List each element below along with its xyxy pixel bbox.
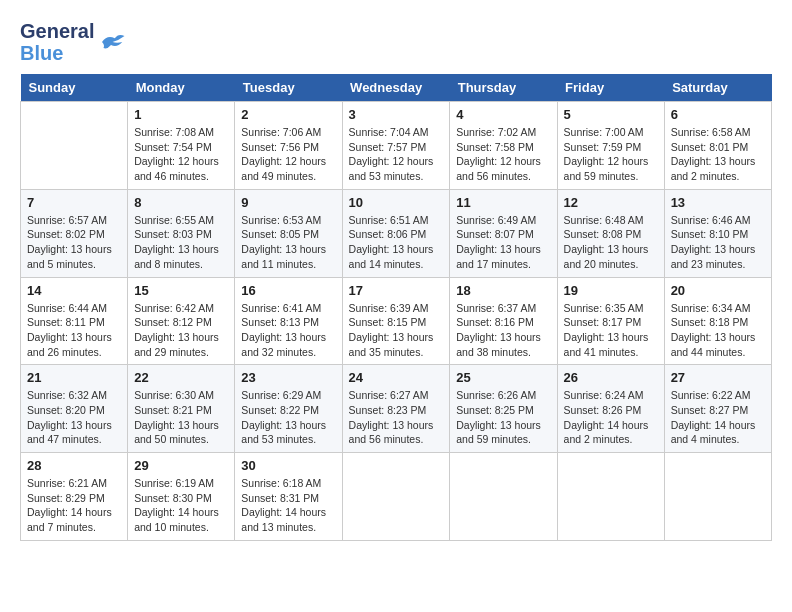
logo: GeneralBlue	[20, 20, 126, 64]
day-number: 18	[456, 283, 550, 298]
cell-content: Sunrise: 6:39 AM Sunset: 8:15 PM Dayligh…	[349, 301, 444, 360]
cell-content: Sunrise: 6:37 AM Sunset: 8:16 PM Dayligh…	[456, 301, 550, 360]
day-number: 9	[241, 195, 335, 210]
cell-content: Sunrise: 6:22 AM Sunset: 8:27 PM Dayligh…	[671, 388, 765, 447]
calendar-cell: 18Sunrise: 6:37 AM Sunset: 8:16 PM Dayli…	[450, 277, 557, 365]
calendar-cell: 9Sunrise: 6:53 AM Sunset: 8:05 PM Daylig…	[235, 189, 342, 277]
cell-content: Sunrise: 6:26 AM Sunset: 8:25 PM Dayligh…	[456, 388, 550, 447]
cell-content: Sunrise: 6:35 AM Sunset: 8:17 PM Dayligh…	[564, 301, 658, 360]
cell-content: Sunrise: 6:49 AM Sunset: 8:07 PM Dayligh…	[456, 213, 550, 272]
calendar-cell: 2Sunrise: 7:06 AM Sunset: 7:56 PM Daylig…	[235, 102, 342, 190]
cell-content: Sunrise: 6:30 AM Sunset: 8:21 PM Dayligh…	[134, 388, 228, 447]
weekday-header-wednesday: Wednesday	[342, 74, 450, 102]
calendar-cell	[21, 102, 128, 190]
day-number: 22	[134, 370, 228, 385]
day-number: 23	[241, 370, 335, 385]
weekday-header-row: SundayMondayTuesdayWednesdayThursdayFrid…	[21, 74, 772, 102]
calendar-cell: 4Sunrise: 7:02 AM Sunset: 7:58 PM Daylig…	[450, 102, 557, 190]
calendar-cell	[557, 453, 664, 541]
calendar-cell: 29Sunrise: 6:19 AM Sunset: 8:30 PM Dayli…	[128, 453, 235, 541]
day-number: 13	[671, 195, 765, 210]
logo-bird-icon	[96, 27, 126, 57]
calendar-cell: 3Sunrise: 7:04 AM Sunset: 7:57 PM Daylig…	[342, 102, 450, 190]
day-number: 4	[456, 107, 550, 122]
calendar-cell: 24Sunrise: 6:27 AM Sunset: 8:23 PM Dayli…	[342, 365, 450, 453]
day-number: 24	[349, 370, 444, 385]
day-number: 3	[349, 107, 444, 122]
week-row-3: 21Sunrise: 6:32 AM Sunset: 8:20 PM Dayli…	[21, 365, 772, 453]
calendar-cell	[342, 453, 450, 541]
day-number: 11	[456, 195, 550, 210]
cell-content: Sunrise: 6:19 AM Sunset: 8:30 PM Dayligh…	[134, 476, 228, 535]
day-number: 8	[134, 195, 228, 210]
cell-content: Sunrise: 6:48 AM Sunset: 8:08 PM Dayligh…	[564, 213, 658, 272]
calendar-cell: 11Sunrise: 6:49 AM Sunset: 8:07 PM Dayli…	[450, 189, 557, 277]
calendar-cell: 5Sunrise: 7:00 AM Sunset: 7:59 PM Daylig…	[557, 102, 664, 190]
cell-content: Sunrise: 6:24 AM Sunset: 8:26 PM Dayligh…	[564, 388, 658, 447]
day-number: 15	[134, 283, 228, 298]
cell-content: Sunrise: 6:27 AM Sunset: 8:23 PM Dayligh…	[349, 388, 444, 447]
calendar-cell: 16Sunrise: 6:41 AM Sunset: 8:13 PM Dayli…	[235, 277, 342, 365]
day-number: 21	[27, 370, 121, 385]
calendar-cell: 13Sunrise: 6:46 AM Sunset: 8:10 PM Dayli…	[664, 189, 771, 277]
day-number: 6	[671, 107, 765, 122]
calendar-cell: 12Sunrise: 6:48 AM Sunset: 8:08 PM Dayli…	[557, 189, 664, 277]
cell-content: Sunrise: 6:53 AM Sunset: 8:05 PM Dayligh…	[241, 213, 335, 272]
day-number: 7	[27, 195, 121, 210]
logo-text: GeneralBlue	[20, 20, 94, 64]
cell-content: Sunrise: 6:44 AM Sunset: 8:11 PM Dayligh…	[27, 301, 121, 360]
weekday-header-saturday: Saturday	[664, 74, 771, 102]
day-number: 12	[564, 195, 658, 210]
day-number: 29	[134, 458, 228, 473]
calendar-cell: 7Sunrise: 6:57 AM Sunset: 8:02 PM Daylig…	[21, 189, 128, 277]
weekday-header-sunday: Sunday	[21, 74, 128, 102]
weekday-header-tuesday: Tuesday	[235, 74, 342, 102]
calendar-cell: 6Sunrise: 6:58 AM Sunset: 8:01 PM Daylig…	[664, 102, 771, 190]
weekday-header-friday: Friday	[557, 74, 664, 102]
cell-content: Sunrise: 6:21 AM Sunset: 8:29 PM Dayligh…	[27, 476, 121, 535]
calendar-cell: 19Sunrise: 6:35 AM Sunset: 8:17 PM Dayli…	[557, 277, 664, 365]
calendar-cell: 21Sunrise: 6:32 AM Sunset: 8:20 PM Dayli…	[21, 365, 128, 453]
cell-content: Sunrise: 7:02 AM Sunset: 7:58 PM Dayligh…	[456, 125, 550, 184]
calendar-cell: 22Sunrise: 6:30 AM Sunset: 8:21 PM Dayli…	[128, 365, 235, 453]
day-number: 1	[134, 107, 228, 122]
cell-content: Sunrise: 6:42 AM Sunset: 8:12 PM Dayligh…	[134, 301, 228, 360]
cell-content: Sunrise: 7:04 AM Sunset: 7:57 PM Dayligh…	[349, 125, 444, 184]
calendar-cell: 25Sunrise: 6:26 AM Sunset: 8:25 PM Dayli…	[450, 365, 557, 453]
cell-content: Sunrise: 6:58 AM Sunset: 8:01 PM Dayligh…	[671, 125, 765, 184]
calendar-cell: 10Sunrise: 6:51 AM Sunset: 8:06 PM Dayli…	[342, 189, 450, 277]
cell-content: Sunrise: 6:51 AM Sunset: 8:06 PM Dayligh…	[349, 213, 444, 272]
calendar-cell: 23Sunrise: 6:29 AM Sunset: 8:22 PM Dayli…	[235, 365, 342, 453]
cell-content: Sunrise: 6:29 AM Sunset: 8:22 PM Dayligh…	[241, 388, 335, 447]
cell-content: Sunrise: 6:18 AM Sunset: 8:31 PM Dayligh…	[241, 476, 335, 535]
weekday-header-thursday: Thursday	[450, 74, 557, 102]
cell-content: Sunrise: 7:06 AM Sunset: 7:56 PM Dayligh…	[241, 125, 335, 184]
week-row-0: 1Sunrise: 7:08 AM Sunset: 7:54 PM Daylig…	[21, 102, 772, 190]
calendar-cell: 27Sunrise: 6:22 AM Sunset: 8:27 PM Dayli…	[664, 365, 771, 453]
day-number: 26	[564, 370, 658, 385]
week-row-2: 14Sunrise: 6:44 AM Sunset: 8:11 PM Dayli…	[21, 277, 772, 365]
day-number: 16	[241, 283, 335, 298]
day-number: 14	[27, 283, 121, 298]
cell-content: Sunrise: 6:57 AM Sunset: 8:02 PM Dayligh…	[27, 213, 121, 272]
calendar-cell: 28Sunrise: 6:21 AM Sunset: 8:29 PM Dayli…	[21, 453, 128, 541]
cell-content: Sunrise: 7:08 AM Sunset: 7:54 PM Dayligh…	[134, 125, 228, 184]
cell-content: Sunrise: 6:41 AM Sunset: 8:13 PM Dayligh…	[241, 301, 335, 360]
cell-content: Sunrise: 6:34 AM Sunset: 8:18 PM Dayligh…	[671, 301, 765, 360]
day-number: 27	[671, 370, 765, 385]
calendar-cell: 1Sunrise: 7:08 AM Sunset: 7:54 PM Daylig…	[128, 102, 235, 190]
calendar-cell: 20Sunrise: 6:34 AM Sunset: 8:18 PM Dayli…	[664, 277, 771, 365]
day-number: 30	[241, 458, 335, 473]
calendar-cell: 17Sunrise: 6:39 AM Sunset: 8:15 PM Dayli…	[342, 277, 450, 365]
calendar-cell: 26Sunrise: 6:24 AM Sunset: 8:26 PM Dayli…	[557, 365, 664, 453]
cell-content: Sunrise: 6:55 AM Sunset: 8:03 PM Dayligh…	[134, 213, 228, 272]
calendar-cell: 30Sunrise: 6:18 AM Sunset: 8:31 PM Dayli…	[235, 453, 342, 541]
cell-content: Sunrise: 6:32 AM Sunset: 8:20 PM Dayligh…	[27, 388, 121, 447]
day-number: 28	[27, 458, 121, 473]
day-number: 10	[349, 195, 444, 210]
calendar-cell	[450, 453, 557, 541]
calendar-cell: 15Sunrise: 6:42 AM Sunset: 8:12 PM Dayli…	[128, 277, 235, 365]
day-number: 25	[456, 370, 550, 385]
calendar-cell: 8Sunrise: 6:55 AM Sunset: 8:03 PM Daylig…	[128, 189, 235, 277]
day-number: 2	[241, 107, 335, 122]
